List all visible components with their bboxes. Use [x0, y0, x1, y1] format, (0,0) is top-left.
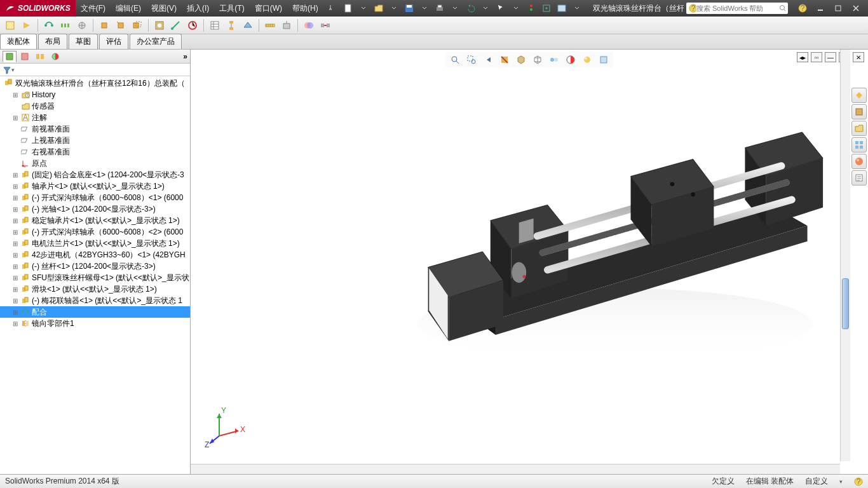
close-icon[interactable] [849, 1, 863, 15]
undo-icon[interactable] [463, 1, 477, 15]
rebuild-icon[interactable] [539, 1, 553, 15]
tree-item[interactable]: 前视基准面 [0, 123, 190, 135]
reference-geom-icon[interactable] [168, 18, 184, 33]
insert-component-icon[interactable] [19, 18, 34, 33]
options-icon[interactable] [555, 1, 569, 15]
view-orientation-icon[interactable] [514, 53, 528, 66]
graphics-viewport[interactable]: ◂▸ ▫▫ — ❐ ✕ [191, 50, 868, 474]
dropdown-icon[interactable] [356, 1, 370, 15]
horizontal-scrollbar[interactable] [191, 464, 840, 474]
section-view-icon[interactable] [498, 53, 512, 66]
scrollbar-thumb[interactable] [842, 278, 849, 329]
dropdown-icon[interactable] [570, 1, 584, 15]
display-style-icon[interactable] [531, 53, 545, 66]
assembly-features-icon[interactable] [152, 18, 167, 33]
viewport-link-icon[interactable]: ▫▫ [811, 52, 822, 62]
expand-icon[interactable]: ⊞ [11, 309, 19, 316]
dropdown-icon[interactable] [417, 1, 431, 15]
view-palette-tab-icon[interactable] [851, 137, 867, 152]
expand-icon[interactable]: ⊞ [11, 286, 19, 293]
config-manager-tab-icon[interactable] [33, 51, 47, 62]
open-icon[interactable] [372, 1, 386, 15]
resources-tab-icon[interactable] [851, 88, 867, 103]
mass-props-icon[interactable] [279, 18, 294, 33]
expand-icon[interactable]: ⊞ [11, 172, 19, 179]
view-triad[interactable]: X Y Z [203, 404, 248, 449]
tree-item[interactable]: ⊞轴承片<1> (默认<<默认>_显示状态 1>) [0, 180, 190, 192]
expand-icon[interactable]: ⊞ [11, 252, 19, 259]
menu-window[interactable]: 窗口(W) [250, 0, 287, 17]
viewport-minimize-icon[interactable]: — [825, 52, 836, 62]
tree-item[interactable]: 上视基准面 [0, 135, 190, 146]
tree-item[interactable]: ⊞42步进电机（42BYGH33~60）<1> (42BYGH [0, 249, 190, 261]
status-help-icon[interactable]: ? [854, 477, 863, 486]
previous-view-icon[interactable] [481, 53, 495, 66]
menu-file[interactable]: 文件(F) [76, 0, 111, 17]
select-icon[interactable] [494, 1, 508, 15]
file-explorer-tab-icon[interactable] [851, 121, 867, 136]
expand-icon[interactable]: ⊞ [11, 229, 19, 236]
status-custom[interactable]: 自定义 [805, 476, 828, 487]
linear-pattern-icon[interactable] [58, 18, 73, 33]
menu-tools[interactable]: 工具(T) [214, 0, 249, 17]
tree-item[interactable]: ⊞配合 [0, 306, 190, 318]
tree-item[interactable]: ⊞(固定) 铝合金底座<1> (1204-200<显示状态-3 [0, 169, 190, 180]
pin-icon[interactable] [323, 1, 337, 15]
expand-icon[interactable]: ⊞ [11, 114, 19, 121]
panel-expand-icon[interactable]: » [183, 52, 187, 61]
new-icon[interactable] [341, 1, 355, 15]
interference-icon[interactable] [301, 18, 316, 33]
display-manager-tab-icon[interactable] [48, 51, 62, 62]
tree-item[interactable]: ⊞A注解 [0, 112, 190, 123]
tree-item[interactable]: ⊞(-) 开式深沟球轴承（6000~6008）<1> (6000 [0, 192, 190, 203]
tree-item[interactable]: ⊞滑块<1> (默认<<默认>_显示状态 1>) [0, 283, 190, 295]
expand-icon[interactable]: ⊞ [11, 217, 19, 224]
tab-layout[interactable]: 布局 [38, 34, 67, 49]
instant3d-icon[interactable] [240, 18, 255, 33]
bom-icon[interactable] [207, 18, 222, 33]
dropdown-icon[interactable] [509, 1, 523, 15]
measure-icon[interactable] [262, 18, 278, 33]
tab-evaluate[interactable]: 评估 [99, 34, 128, 49]
tree-item[interactable]: ⊞电机法兰片<1> (默认<<默认>_显示状态 1>) [0, 238, 190, 249]
vertical-scrollbar[interactable] [840, 50, 850, 461]
tree-item[interactable]: 传感器 [0, 100, 190, 112]
apply-scene-icon[interactable] [580, 53, 594, 66]
menu-edit[interactable]: 编辑(E) [111, 0, 146, 17]
dropdown-icon[interactable] [478, 1, 492, 15]
tab-sketch[interactable]: 草图 [69, 34, 98, 49]
expand-icon[interactable]: ⊞ [11, 240, 19, 247]
menu-view[interactable]: 视图(V) [146, 0, 182, 17]
tree-item[interactable]: ⊞SFU型滚珠丝杆螺母<1> (默认<<默认>_显示状 [0, 272, 190, 283]
rotate-component-icon[interactable] [113, 18, 128, 33]
zoom-area-icon[interactable] [465, 53, 478, 66]
new-assembly-icon[interactable] [3, 18, 18, 33]
view-settings-icon[interactable] [597, 53, 611, 66]
maximize-icon[interactable] [831, 1, 845, 15]
feature-tree-tab-icon[interactable] [3, 51, 17, 62]
tree-item[interactable]: 原点 [0, 158, 190, 169]
tree-item[interactable]: ⊞镜向零部件1 [0, 318, 190, 329]
expand-icon[interactable]: ⊞ [11, 183, 19, 190]
expand-icon[interactable]: ⊞ [11, 206, 19, 213]
clearance-icon[interactable] [318, 18, 333, 33]
expand-icon[interactable]: ⊞ [11, 274, 19, 281]
move-component-icon[interactable] [97, 18, 112, 33]
hide-show-icon[interactable] [547, 53, 561, 66]
property-manager-tab-icon[interactable] [18, 51, 32, 62]
menu-insert[interactable]: 插入(I) [182, 0, 214, 17]
mate-icon[interactable] [41, 18, 57, 33]
tree-item[interactable]: ⊞(-) 开式深沟球轴承（6000~6008）<2> (6000 [0, 226, 190, 238]
viewport-close-icon[interactable]: ✕ [853, 52, 864, 62]
custom-props-tab-icon[interactable] [851, 170, 867, 186]
tab-office[interactable]: 办公室产品 [130, 34, 182, 49]
tree-item[interactable]: ⊞History [0, 89, 190, 100]
tree-item[interactable]: 右视基准面 [0, 146, 190, 158]
design-library-tab-icon[interactable] [851, 104, 867, 119]
zoom-fit-icon[interactable] [448, 53, 462, 66]
tree-root[interactable]: 双光轴滚珠丝杆滑台（丝杆直径12和16）总装配（ [0, 78, 190, 89]
exploded-view-icon[interactable] [224, 18, 239, 33]
smart-fastener-icon[interactable] [74, 18, 90, 33]
tree-filter-bar[interactable]: ▾ [0, 64, 190, 76]
minimize-icon[interactable] [813, 1, 827, 15]
